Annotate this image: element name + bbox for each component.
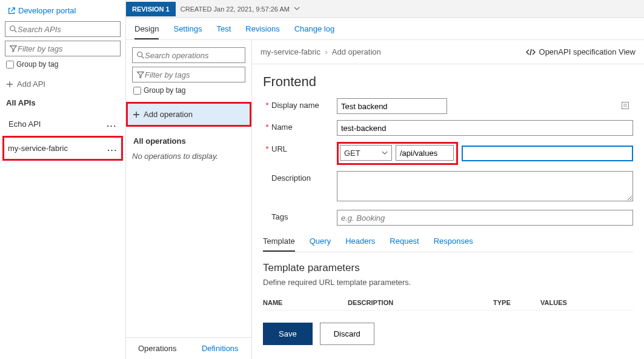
no-operations-text: No operations to display. (132, 152, 245, 161)
chevron-down-icon[interactable] (294, 5, 300, 12)
group-by-tag-row[interactable]: Group by tag (6, 60, 121, 69)
api-sidebar: Developer portal Group by tag Add API Al… (0, 0, 126, 359)
external-link-icon (7, 7, 16, 15)
tab-test[interactable]: Test (216, 24, 231, 39)
filter-ops-tags-box[interactable] (132, 67, 245, 82)
filter-icon (136, 70, 145, 79)
label-description: Description (271, 171, 337, 183)
svg-rect-4 (622, 102, 629, 109)
svg-line-1 (15, 30, 17, 33)
revision-bar: REVISION 1 CREATED Jan 22, 2021, 9:57:26… (126, 0, 644, 18)
subtab-responses[interactable]: Responses (434, 232, 473, 252)
more-icon[interactable]: ... (107, 144, 118, 153)
more-icon[interactable]: ... (107, 119, 117, 129)
template-params-heading: Template parameters (263, 262, 633, 274)
group-by-tag-label: Group by tag (16, 60, 58, 69)
tab-definitions[interactable]: Definitions (189, 338, 252, 359)
label-name: Name (271, 120, 337, 132)
display-name-input[interactable] (337, 98, 447, 114)
main-tabs: Design Settings Test Revisions Change lo… (126, 18, 644, 40)
col-description: DESCRIPTION (348, 299, 493, 306)
breadcrumb: my-service-fabric › Add operation (261, 47, 381, 56)
all-apis-header: All APIs (6, 98, 121, 107)
openapi-spec-label: OpenAPI specification View (539, 47, 636, 56)
group-ops-by-tag-label: Group by tag (144, 86, 185, 95)
code-icon (526, 48, 536, 56)
plus-icon (133, 111, 140, 118)
tab-design[interactable]: Design (134, 24, 159, 39)
save-button[interactable]: Save (263, 323, 313, 345)
breadcrumb-current: Add operation (332, 47, 381, 56)
footer-buttons: Save Discard (263, 323, 633, 345)
revision-created: CREATED Jan 22, 2021, 9:57:26 AM (176, 5, 305, 13)
add-operation-label: Add operation (144, 110, 193, 119)
add-api-label: Add API (17, 79, 45, 89)
url-path-input[interactable] (462, 146, 633, 161)
template-params-sub: Define required URL template parameters. (263, 278, 633, 287)
breadcrumb-api[interactable]: my-service-fabric (261, 47, 320, 56)
search-icon (136, 51, 145, 59)
api-item-echo[interactable]: Echo API ... (5, 113, 121, 135)
label-tags: Tags (271, 210, 337, 221)
add-operation-button[interactable]: Add operation (128, 104, 250, 125)
search-apis-box[interactable] (5, 21, 121, 37)
required-marker: * (263, 142, 271, 153)
filter-ops-tags-input[interactable] (145, 70, 241, 79)
required-marker: * (263, 120, 271, 132)
group-ops-by-tag-checkbox[interactable] (133, 87, 141, 95)
label-url: URL (271, 142, 337, 153)
tab-changelog[interactable]: Change log (294, 24, 335, 39)
search-icon (9, 25, 18, 33)
form-icon (621, 101, 629, 110)
svg-point-0 (10, 26, 15, 31)
revision-badge: REVISION 1 (126, 2, 176, 16)
group-by-tag-checkbox[interactable] (6, 61, 14, 69)
operations-bottom-tabs: Operations Definitions (126, 337, 251, 359)
filter-tags-box[interactable] (5, 41, 121, 56)
discard-button[interactable]: Discard (320, 323, 374, 345)
filter-tags-input[interactable] (18, 44, 116, 53)
subtab-headers[interactable]: Headers (345, 232, 375, 252)
col-values: VALUES (540, 299, 588, 306)
developer-portal-label: Developer portal (18, 6, 76, 15)
chevron-down-icon (382, 150, 388, 156)
developer-portal-link[interactable]: Developer portal (7, 6, 76, 15)
url-highlight-box: GET (337, 142, 458, 165)
description-textarea[interactable] (337, 171, 633, 201)
main-panel: my-service-fabric › Add operation OpenAP… (252, 40, 644, 359)
add-api-button[interactable]: Add API (5, 76, 121, 92)
required-marker: * (263, 98, 271, 110)
subtab-query[interactable]: Query (310, 232, 331, 252)
operations-sidebar: Group by tag Add operation All operation… (126, 40, 252, 359)
svg-line-3 (142, 56, 144, 59)
url-path-input-inner[interactable] (396, 145, 454, 161)
search-operations-box[interactable] (132, 47, 245, 63)
all-operations-header: All operations (133, 136, 245, 146)
search-operations-input[interactable] (145, 51, 241, 60)
plus-icon (6, 81, 13, 88)
openapi-spec-view[interactable]: OpenAPI specification View (526, 47, 636, 56)
http-method-value: GET (344, 149, 360, 158)
label-display-name: Display name (271, 98, 337, 110)
subtab-request[interactable]: Request (390, 232, 419, 252)
frontend-subtabs: Template Query Headers Request Responses (263, 232, 633, 252)
subtab-template[interactable]: Template (263, 232, 295, 252)
name-input[interactable] (337, 120, 633, 136)
tab-revisions[interactable]: Revisions (245, 24, 279, 39)
api-item-service-fabric[interactable]: my-service-fabric ... (2, 136, 123, 161)
svg-point-2 (138, 52, 142, 57)
frontend-heading: Frontend (263, 74, 633, 90)
search-apis-input[interactable] (18, 25, 116, 34)
template-params-header-row: NAME DESCRIPTION TYPE VALUES (263, 295, 633, 310)
col-type: TYPE (493, 299, 540, 306)
group-ops-by-tag-row[interactable]: Group by tag (133, 86, 245, 95)
filter-icon (9, 44, 18, 53)
api-item-label: my-service-fabric (8, 144, 68, 153)
tab-operations[interactable]: Operations (126, 338, 189, 359)
tags-input[interactable] (337, 210, 633, 226)
col-name: NAME (263, 299, 348, 306)
tab-settings[interactable]: Settings (173, 24, 202, 39)
http-method-select[interactable]: GET (340, 145, 392, 161)
api-item-label: Echo API (8, 119, 41, 129)
